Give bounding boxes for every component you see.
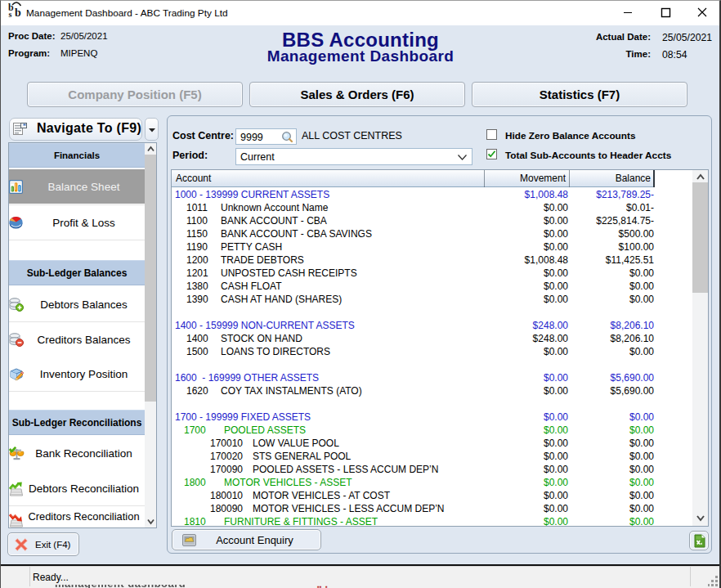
svg-text:b: b <box>15 7 21 18</box>
svg-text:s: s <box>9 10 12 18</box>
